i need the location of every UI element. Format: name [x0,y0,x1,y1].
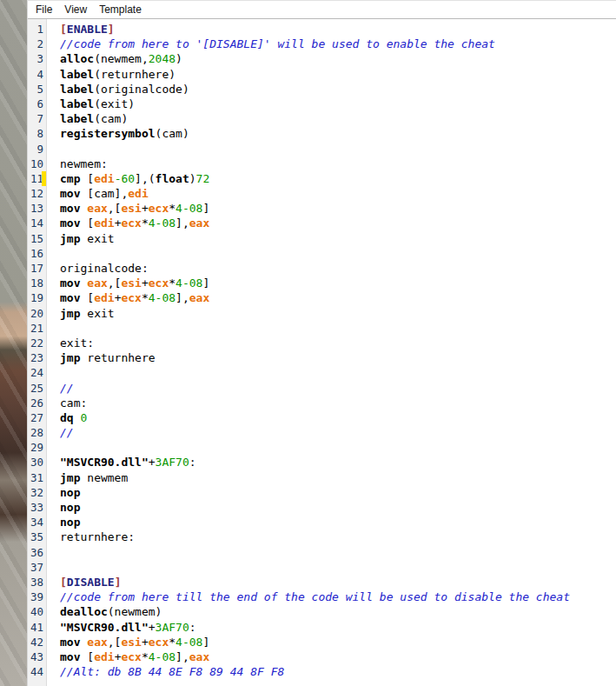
line-number: 29 [28,440,47,455]
line-number: 2 [28,37,47,51]
code-line[interactable]: 33nop [28,500,616,515]
script-editor-window: File View Template 1[ENABLE]2//code from… [27,0,616,686]
menu-item-template[interactable]: Template [93,2,148,17]
code-text: //code from here till the end of the cod… [47,589,570,604]
code-line[interactable]: 44//Alt: db 8B 44 8E F8 89 44 8F F8 [28,664,616,679]
code-token: [ [80,650,94,663]
code-line[interactable]: 7label(cam) [28,111,616,126]
code-line[interactable]: 19mov [edi+ecx*4-08],eax [28,290,616,305]
code-token: mov [60,650,80,663]
line-number: 40 [28,604,47,619]
code-line[interactable]: 31jmp newmem [28,470,616,485]
code-token: 0 [80,411,87,424]
code-token: ,[ [108,636,122,649]
code-line[interactable]: 22exit: [28,336,616,350]
code-line[interactable]: 14mov [edi+ecx*4-08],eax [28,216,616,230]
code-token: (cam) [94,112,128,125]
code-token: ,[ [108,276,122,290]
code-token: ecx [121,650,141,663]
code-token: esi [121,276,141,290]
code-token: 4 [176,636,182,649]
code-line[interactable]: 1[ENABLE] [28,22,616,37]
code-line[interactable]: 29 [28,440,616,455]
code-token: label [60,112,94,125]
code-line[interactable]: 12mov [cam],edi [28,186,616,201]
code-line[interactable]: 10newmem: [28,157,616,171]
code-token: eax [189,291,209,304]
code-token: ],( [135,172,155,185]
code-line[interactable]: 13mov eax,[esi+ecx*4-08] [28,201,616,216]
line-number: 25 [28,381,47,396]
code-line[interactable]: 9 [28,142,616,157]
code-token: (cam) [156,127,189,140]
code-text: mov [edi+ecx*4-08],eax [47,216,209,230]
code-line[interactable]: 24 [28,365,616,380]
code-line[interactable]: 21 [28,321,616,336]
code-line[interactable]: 20jmp exit [28,306,616,321]
code-line[interactable]: 8registersymbol(cam) [28,126,616,141]
code-line[interactable]: 38[DISABLE] [28,575,616,589]
menu-item-file[interactable]: File [30,2,58,17]
code-line[interactable]: 28// [28,425,616,440]
code-token: "MSVCR90.dll" [60,456,149,469]
code-line[interactable]: 11cmp [edi-60],(float)72 [28,171,616,186]
code-line[interactable]: 15jmp exit [28,231,616,246]
code-line[interactable]: 42mov eax,[esi+ecx*4-08] [28,635,616,649]
code-line[interactable]: 6label(exit) [28,97,616,111]
code-token: 72 [196,172,210,185]
line-number: 5 [28,82,47,97]
code-token: * [169,202,176,215]
code-line[interactable]: 2//code from here to '[DISABLE]' will be… [28,37,616,51]
code-line[interactable]: 23jmp returnhere [28,350,616,365]
code-line[interactable]: 35returnhere: [28,529,616,544]
code-token: -08 [182,202,202,215]
line-number: 3 [28,51,47,66]
code-token: esi [121,202,141,215]
code-line[interactable]: 26cam: [28,396,616,410]
code-token: edi [94,291,114,304]
code-line[interactable]: 40dealloc(newmem) [28,604,616,619]
code-token: jmp [60,232,80,245]
code-line[interactable]: 18mov eax,[esi+ecx*4-08] [28,276,616,290]
code-line[interactable]: 39//code from here till the end of the c… [28,589,616,604]
code-token: dq [60,411,74,424]
code-line[interactable]: 16 [28,246,616,261]
code-token: * [142,650,149,663]
code-line[interactable]: 5label(originalcode) [28,82,616,97]
code-line[interactable]: 17originalcode: [28,261,616,276]
code-token: * [142,216,149,230]
line-number: 9 [28,142,47,157]
code-line[interactable]: 41"MSVCR90.dll"+3AF70: [28,620,616,635]
code-token: * [142,291,149,304]
menu-item-view[interactable]: View [58,2,93,17]
code-line[interactable]: 30"MSVCR90.dll"+3AF70: [28,455,616,470]
code-token: ,[ [108,202,122,215]
code-line[interactable]: 4label(returnhere) [28,67,616,82]
code-line[interactable]: 32nop [28,485,616,500]
code-text: mov [edi+ecx*4-08],eax [47,649,209,664]
code-token: newmem: [60,157,108,170]
code-line[interactable]: 43mov [edi+ecx*4-08],eax [28,649,616,664]
line-number: 43 [28,649,47,664]
code-line[interactable]: 27dq 0 [28,410,616,425]
code-token: "MSVCR90.dll" [60,621,149,634]
line-number: 20 [28,306,47,321]
code-line[interactable]: 3alloc(newmem,2048) [28,51,616,66]
code-token: ] [108,23,115,36]
code-token: dealloc [60,605,108,618]
code-line[interactable]: 34nop [28,515,616,529]
code-editor[interactable]: 1[ENABLE]2//code from here to '[DISABLE]… [28,19,616,686]
code-line[interactable]: 25// [28,381,616,396]
code-token: (newmem) [108,605,162,618]
code-line[interactable]: 37 [28,560,616,575]
line-number: 13 [28,201,47,216]
code-line[interactable]: 36 [28,545,616,560]
code-token: exit: [60,336,94,350]
code-token: ecx [149,202,169,215]
code-token: ) [176,52,182,65]
code-token: esi [121,636,141,649]
code-token: label [60,68,94,81]
code-text: alloc(newmem,2048) [47,51,182,66]
line-number: 22 [28,336,47,350]
code-token: cmp [60,172,80,185]
